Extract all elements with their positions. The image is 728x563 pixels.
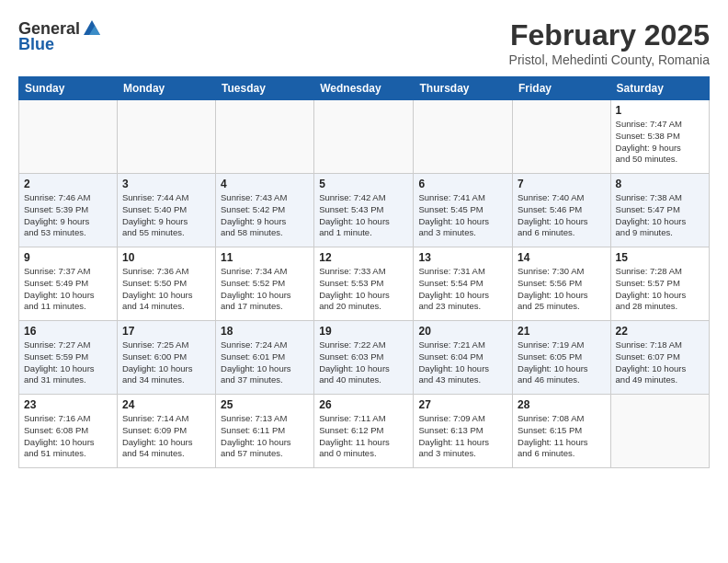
calendar-cell: 15Sunrise: 7:28 AM Sunset: 5:57 PM Dayli… — [610, 247, 709, 321]
logo: General Blue — [18, 18, 102, 54]
day-info: Sunrise: 7:18 AM Sunset: 6:07 PM Dayligh… — [616, 339, 704, 386]
calendar-subtitle: Pristol, Mehedinti County, Romania — [509, 52, 710, 67]
day-number: 3 — [122, 178, 210, 190]
day-info: Sunrise: 7:44 AM Sunset: 5:40 PM Dayligh… — [122, 192, 210, 239]
calendar-week-row: 9Sunrise: 7:37 AM Sunset: 5:49 PM Daylig… — [19, 247, 710, 321]
calendar-cell: 2Sunrise: 7:46 AM Sunset: 5:39 PM Daylig… — [19, 174, 118, 247]
day-number: 5 — [319, 178, 408, 190]
calendar-header-saturday: Saturday — [610, 77, 709, 100]
day-number: 2 — [24, 178, 112, 190]
day-info: Sunrise: 7:08 AM Sunset: 6:15 PM Dayligh… — [518, 413, 606, 460]
calendar-cell — [117, 100, 215, 174]
calendar-week-row: 23Sunrise: 7:16 AM Sunset: 6:08 PM Dayli… — [19, 395, 710, 468]
day-info: Sunrise: 7:19 AM Sunset: 6:05 PM Dayligh… — [518, 339, 606, 386]
day-info: Sunrise: 7:43 AM Sunset: 5:42 PM Dayligh… — [221, 192, 309, 239]
calendar-cell: 20Sunrise: 7:21 AM Sunset: 6:04 PM Dayli… — [414, 321, 513, 395]
day-number: 9 — [24, 251, 112, 264]
calendar-cell: 10Sunrise: 7:36 AM Sunset: 5:50 PM Dayli… — [117, 247, 215, 321]
calendar-cell: 18Sunrise: 7:24 AM Sunset: 6:01 PM Dayli… — [216, 321, 314, 395]
day-number: 24 — [122, 398, 210, 411]
calendar-cell: 1Sunrise: 7:47 AM Sunset: 5:38 PM Daylig… — [610, 100, 709, 174]
calendar-cell: 7Sunrise: 7:40 AM Sunset: 5:46 PM Daylig… — [513, 174, 611, 247]
day-number: 28 — [518, 398, 606, 411]
day-number: 8 — [616, 178, 704, 190]
calendar-header-sunday: Sunday — [19, 77, 118, 100]
calendar-week-row: 16Sunrise: 7:27 AM Sunset: 5:59 PM Dayli… — [19, 321, 710, 395]
day-number: 21 — [518, 325, 606, 338]
calendar-cell: 25Sunrise: 7:13 AM Sunset: 6:11 PM Dayli… — [216, 395, 314, 468]
day-number: 17 — [122, 325, 210, 338]
calendar-cell: 24Sunrise: 7:14 AM Sunset: 6:09 PM Dayli… — [117, 395, 215, 468]
calendar-cell — [314, 100, 414, 174]
calendar-cell: 14Sunrise: 7:30 AM Sunset: 5:56 PM Dayli… — [513, 247, 611, 321]
calendar-cell — [610, 395, 709, 468]
calendar-week-row: 2Sunrise: 7:46 AM Sunset: 5:39 PM Daylig… — [19, 174, 710, 247]
day-number: 26 — [319, 398, 408, 411]
day-number: 11 — [221, 251, 309, 264]
calendar-cell: 28Sunrise: 7:08 AM Sunset: 6:15 PM Dayli… — [513, 395, 611, 468]
calendar-cell: 9Sunrise: 7:37 AM Sunset: 5:49 PM Daylig… — [19, 247, 118, 321]
calendar-table: SundayMondayTuesdayWednesdayThursdayFrid… — [18, 76, 710, 468]
logo-icon — [82, 18, 102, 39]
day-number: 10 — [122, 251, 210, 264]
title-area: February 2025 Pristol, Mehedinti County,… — [509, 18, 710, 67]
day-info: Sunrise: 7:41 AM Sunset: 5:45 PM Dayligh… — [418, 192, 507, 239]
day-info: Sunrise: 7:11 AM Sunset: 6:12 PM Dayligh… — [319, 413, 408, 460]
day-info: Sunrise: 7:36 AM Sunset: 5:50 PM Dayligh… — [122, 266, 210, 313]
page-header: General Blue February 2025 Pristol, Mehe… — [18, 18, 710, 67]
day-info: Sunrise: 7:40 AM Sunset: 5:46 PM Dayligh… — [518, 192, 606, 239]
calendar-week-row: 1Sunrise: 7:47 AM Sunset: 5:38 PM Daylig… — [19, 100, 710, 174]
calendar-cell: 8Sunrise: 7:38 AM Sunset: 5:47 PM Daylig… — [610, 174, 709, 247]
day-number: 23 — [24, 398, 112, 411]
day-info: Sunrise: 7:46 AM Sunset: 5:39 PM Dayligh… — [24, 192, 112, 239]
day-number: 7 — [518, 178, 606, 190]
day-number: 22 — [616, 325, 704, 338]
day-number: 1 — [616, 104, 704, 117]
calendar-cell — [216, 100, 314, 174]
day-info: Sunrise: 7:34 AM Sunset: 5:52 PM Dayligh… — [221, 266, 309, 313]
calendar-title: February 2025 — [509, 18, 710, 52]
calendar-header-friday: Friday — [513, 77, 611, 100]
day-number: 16 — [24, 325, 112, 338]
day-info: Sunrise: 7:28 AM Sunset: 5:57 PM Dayligh… — [616, 266, 704, 313]
day-info: Sunrise: 7:22 AM Sunset: 6:03 PM Dayligh… — [319, 339, 408, 386]
calendar-cell — [19, 100, 118, 174]
day-number: 27 — [418, 398, 507, 411]
day-info: Sunrise: 7:33 AM Sunset: 5:53 PM Dayligh… — [319, 266, 408, 313]
calendar-cell: 12Sunrise: 7:33 AM Sunset: 5:53 PM Dayli… — [314, 247, 414, 321]
day-info: Sunrise: 7:30 AM Sunset: 5:56 PM Dayligh… — [518, 266, 606, 313]
day-number: 14 — [518, 251, 606, 264]
calendar-cell — [414, 100, 513, 174]
calendar-header-tuesday: Tuesday — [216, 77, 314, 100]
day-info: Sunrise: 7:13 AM Sunset: 6:11 PM Dayligh… — [221, 413, 309, 460]
day-info: Sunrise: 7:47 AM Sunset: 5:38 PM Dayligh… — [616, 119, 704, 166]
day-number: 15 — [616, 251, 704, 264]
day-info: Sunrise: 7:09 AM Sunset: 6:13 PM Dayligh… — [418, 413, 507, 460]
day-info: Sunrise: 7:27 AM Sunset: 5:59 PM Dayligh… — [24, 339, 112, 386]
calendar-cell: 23Sunrise: 7:16 AM Sunset: 6:08 PM Dayli… — [19, 395, 118, 468]
day-info: Sunrise: 7:25 AM Sunset: 6:00 PM Dayligh… — [122, 339, 210, 386]
day-info: Sunrise: 7:21 AM Sunset: 6:04 PM Dayligh… — [418, 339, 507, 386]
day-number: 18 — [221, 325, 309, 338]
calendar-header-row: SundayMondayTuesdayWednesdayThursdayFrid… — [19, 77, 710, 100]
calendar-cell: 13Sunrise: 7:31 AM Sunset: 5:54 PM Dayli… — [414, 247, 513, 321]
calendar-cell: 4Sunrise: 7:43 AM Sunset: 5:42 PM Daylig… — [216, 174, 314, 247]
day-info: Sunrise: 7:16 AM Sunset: 6:08 PM Dayligh… — [24, 413, 112, 460]
day-info: Sunrise: 7:31 AM Sunset: 5:54 PM Dayligh… — [418, 266, 507, 313]
day-number: 19 — [319, 325, 408, 338]
calendar-cell: 21Sunrise: 7:19 AM Sunset: 6:05 PM Dayli… — [513, 321, 611, 395]
logo-blue-text: Blue — [18, 35, 54, 54]
calendar-cell: 5Sunrise: 7:42 AM Sunset: 5:43 PM Daylig… — [314, 174, 414, 247]
day-info: Sunrise: 7:24 AM Sunset: 6:01 PM Dayligh… — [221, 339, 309, 386]
day-info: Sunrise: 7:14 AM Sunset: 6:09 PM Dayligh… — [122, 413, 210, 460]
calendar-cell: 17Sunrise: 7:25 AM Sunset: 6:00 PM Dayli… — [117, 321, 215, 395]
calendar-cell: 27Sunrise: 7:09 AM Sunset: 6:13 PM Dayli… — [414, 395, 513, 468]
calendar-header-wednesday: Wednesday — [314, 77, 414, 100]
day-number: 20 — [418, 325, 507, 338]
calendar-header-monday: Monday — [117, 77, 215, 100]
day-number: 4 — [221, 178, 309, 190]
day-info: Sunrise: 7:37 AM Sunset: 5:49 PM Dayligh… — [24, 266, 112, 313]
day-info: Sunrise: 7:42 AM Sunset: 5:43 PM Dayligh… — [319, 192, 408, 239]
day-info: Sunrise: 7:38 AM Sunset: 5:47 PM Dayligh… — [616, 192, 704, 239]
calendar-cell — [513, 100, 611, 174]
